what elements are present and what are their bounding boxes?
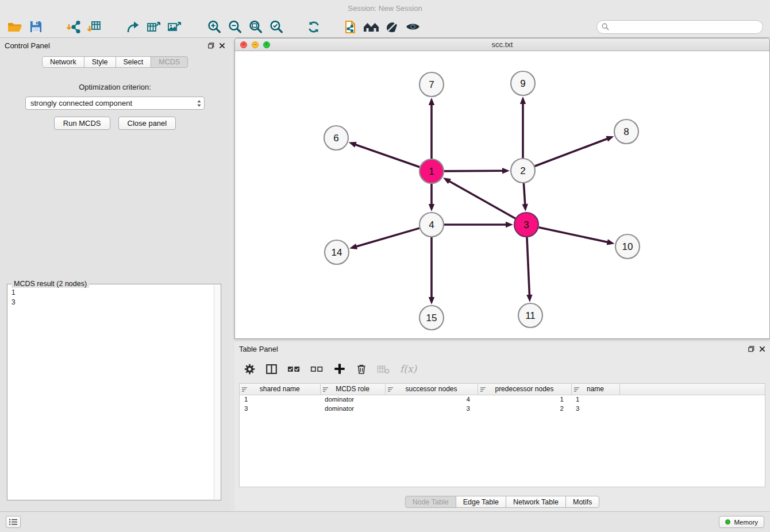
float-panel-icon[interactable]: [208, 43, 214, 49]
delete-column-icon[interactable]: [356, 363, 367, 375]
graph-edge-4-15[interactable]: [429, 237, 434, 304]
open-session-icon[interactable]: [5, 18, 25, 36]
graph-node-3[interactable]: 3: [514, 213, 538, 237]
cell-name[interactable]: 3: [571, 404, 619, 413]
tab-motifs[interactable]: Motifs: [565, 496, 599, 508]
table-row[interactable]: 3 dominator 3 2 3: [240, 404, 765, 413]
deselect-all-columns-icon[interactable]: [310, 363, 324, 375]
graph-node-label: 14: [332, 247, 342, 258]
status-bar: Memory: [0, 511, 770, 532]
graph-node-9[interactable]: 9: [511, 71, 535, 95]
close-table-panel-icon[interactable]: [759, 346, 765, 352]
import-table-icon[interactable]: [84, 18, 105, 36]
search-input[interactable]: [612, 21, 763, 33]
zoom-in-icon[interactable]: [203, 18, 224, 36]
graph-node-label: 1: [429, 166, 434, 177]
show-columns-icon[interactable]: [265, 363, 278, 375]
graph-edge-4-14[interactable]: [349, 228, 419, 249]
memory-button[interactable]: Memory: [719, 516, 764, 528]
float-table-panel-icon[interactable]: [748, 346, 754, 352]
graph-node-2[interactable]: 2: [511, 159, 535, 183]
tab-style[interactable]: Style: [84, 56, 116, 68]
home-views-icon[interactable]: [361, 18, 382, 36]
table-row[interactable]: 1 dominator 4 1 1: [240, 395, 765, 404]
network-window-titlebar[interactable]: scc.txt × – +: [235, 38, 769, 51]
column-header-mcds-role[interactable]: MCDS role: [320, 384, 385, 395]
zoom-out-icon[interactable]: [224, 18, 245, 36]
graph-edge-1-2[interactable]: [444, 168, 510, 174]
graph-edge-2-9[interactable]: [520, 97, 526, 158]
search-field[interactable]: [596, 20, 763, 34]
graph-node-1[interactable]: 1: [419, 159, 444, 183]
graph-node-4[interactable]: 4: [419, 213, 444, 237]
cell-mcds-role[interactable]: dominator: [320, 395, 385, 404]
tab-network[interactable]: Network: [42, 56, 84, 68]
cell-predecessor-nodes[interactable]: 2: [478, 404, 571, 413]
cell-mcds-role[interactable]: dominator: [320, 404, 385, 413]
export-image-icon[interactable]: [164, 18, 185, 36]
graph-node-8[interactable]: 8: [614, 119, 638, 144]
table-settings-gear-icon[interactable]: [244, 363, 256, 375]
zoom-fit-icon[interactable]: [245, 18, 265, 36]
export-table-icon[interactable]: [144, 18, 164, 36]
mcds-result-list[interactable]: 1 3: [7, 284, 221, 311]
graphics-details-icon[interactable]: [382, 18, 402, 36]
graph-edge-2-3[interactable]: [522, 183, 528, 211]
cell-predecessor-nodes[interactable]: 1: [478, 395, 571, 404]
tab-edge-table[interactable]: Edge Table: [456, 496, 506, 508]
table-panel-header: Table Panel: [234, 342, 770, 356]
graph-node-7[interactable]: 7: [419, 72, 444, 97]
tab-node-table[interactable]: Node Table: [405, 496, 456, 508]
task-history-button[interactable]: [6, 516, 21, 528]
export-network-icon[interactable]: [123, 18, 144, 36]
column-header-predecessor-nodes[interactable]: predecessor nodes: [478, 384, 571, 395]
add-column-icon[interactable]: [333, 363, 346, 375]
cell-successor-nodes[interactable]: 3: [385, 404, 478, 413]
first-neighbors-icon[interactable]: [340, 18, 361, 36]
close-panel-label: Close panel: [128, 119, 167, 128]
graph-edge-1-6[interactable]: [349, 142, 420, 167]
mcds-result-box: MCDS result (2 nodes) 1 3: [7, 284, 221, 500]
titlebar: Session: New Session: [0, 0, 770, 16]
graph-edge-4-3[interactable]: [444, 222, 513, 228]
import-network-icon[interactable]: [63, 18, 84, 36]
application-window: Session: New Session: [0, 0, 770, 532]
cell-shared-name[interactable]: 3: [240, 404, 320, 413]
save-session-icon[interactable]: [25, 18, 46, 36]
tab-network-label: Network: [50, 58, 76, 66]
cell-shared-name[interactable]: 1: [240, 395, 320, 404]
result-scrollbar[interactable]: [214, 285, 220, 499]
show-hide-eye-icon[interactable]: [402, 18, 423, 36]
graph-node-6[interactable]: 6: [324, 126, 348, 150]
criterion-select[interactable]: strongly connected component: [25, 97, 205, 110]
graph-edge-1-7[interactable]: [429, 98, 434, 159]
graph-edge-1-4[interactable]: [429, 184, 434, 211]
run-mcds-button[interactable]: Run MCDS: [54, 117, 110, 130]
graph-edge-3-1[interactable]: [443, 178, 515, 218]
graph-node-11[interactable]: 11: [518, 303, 542, 327]
graph-edge-3-11[interactable]: [526, 237, 532, 302]
graph-node-15[interactable]: 15: [419, 306, 444, 330]
cell-successor-nodes[interactable]: 4: [385, 395, 478, 404]
tab-edge-table-label: Edge Table: [463, 498, 499, 506]
tab-mcds[interactable]: MCDS: [151, 56, 188, 68]
column-header-name[interactable]: name: [571, 384, 619, 395]
column-header-shared-name[interactable]: shared name: [240, 384, 320, 395]
zoom-selected-icon[interactable]: [265, 18, 286, 36]
tab-network-table[interactable]: Network Table: [506, 496, 566, 508]
close-panel-button[interactable]: Close panel: [118, 117, 176, 130]
graph-edge-2-8[interactable]: [535, 136, 614, 166]
refresh-icon[interactable]: [303, 18, 324, 36]
graph-node-14[interactable]: 14: [325, 240, 349, 264]
cell-name[interactable]: 1: [571, 395, 619, 404]
graph-node-10[interactable]: 10: [615, 234, 640, 259]
select-all-columns-icon[interactable]: [287, 363, 301, 375]
column-header-successor-nodes[interactable]: successor nodes: [385, 384, 478, 395]
close-panel-icon[interactable]: [219, 43, 225, 49]
tab-network-table-label: Network Table: [513, 498, 559, 506]
tab-mcds-label: MCDS: [159, 58, 180, 66]
network-graph[interactable]: 7968124314101511: [235, 51, 769, 338]
graph-edge-3-10[interactable]: [539, 228, 615, 245]
tab-select[interactable]: Select: [116, 56, 152, 68]
graph-node-label: 7: [429, 79, 434, 90]
